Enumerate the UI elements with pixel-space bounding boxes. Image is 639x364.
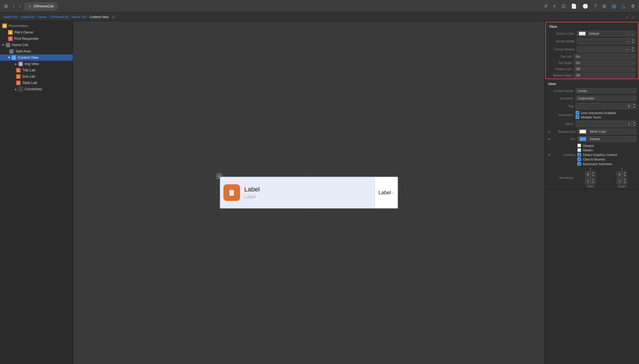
bottom-left-select-input[interactable]: Off On: [574, 66, 636, 72]
stretch-width-decrement[interactable]: ▼: [591, 181, 595, 184]
border-color-select[interactable]: Default ⌄: [577, 31, 636, 36]
sidebar-item-state-lab[interactable]: L State Lab: [0, 80, 73, 86]
alpha-increment[interactable]: ▲: [632, 121, 636, 124]
new-file-button[interactable]: 📄: [569, 2, 578, 10]
tint-value-text: Default: [590, 137, 600, 141]
stretching-inputs: X 0 ▲ ▼ Y 0: [576, 167, 637, 188]
opaque-checkbox[interactable]: [577, 144, 581, 147]
clears-graphics-row[interactable]: Clears Graphics Context: [577, 153, 617, 156]
inspector-button[interactable]: ▤: [610, 2, 618, 10]
corner-radius-value: — ▲ ▼: [577, 46, 636, 52]
alpha-stepper-value: 1: [576, 122, 632, 126]
tab-close-icon[interactable]: ✕: [28, 4, 32, 9]
autoresize-checkbox[interactable]: [577, 162, 581, 166]
top-left-select-input[interactable]: On Off: [574, 54, 636, 59]
cell-right-label: Label: [378, 190, 391, 196]
stretch-y-increment[interactable]: ▲: [622, 171, 627, 174]
stretch-x-decrement[interactable]: ▼: [591, 174, 595, 177]
clips-to-bounds-checkbox[interactable]: [577, 157, 581, 161]
multiple-touch-text: Multiple Touch: [581, 116, 601, 119]
hidden-text: Hidden: [583, 148, 593, 152]
grid-menu-button[interactable]: ⊞: [2, 2, 9, 10]
history-button[interactable]: 🕐: [581, 2, 590, 10]
split-button[interactable]: ⊡: [560, 2, 567, 10]
back-button[interactable]: ‹: [11, 3, 16, 10]
breadcrumb-crhomecell[interactable]: CRHomeCell: [50, 15, 68, 19]
sidebar-item-title-lab[interactable]: L Title Lab: [0, 67, 73, 73]
sidebar-item-files-owner[interactable]: ⚙ File's Owner: [0, 29, 73, 36]
list-button[interactable]: ≡: [552, 3, 558, 10]
state-lab-icon: L: [16, 81, 21, 85]
sidebar-item-constraints[interactable]: ▶ ⊞ Constraints: [0, 86, 73, 92]
content-mode-select[interactable]: Center Scale To Fill Aspect Fit Aspect F…: [576, 88, 637, 93]
breadcrumb-forward-button[interactable]: ›: [631, 13, 636, 20]
library-button[interactable]: △: [620, 2, 627, 10]
stretch-height-increment[interactable]: ▲: [622, 178, 627, 181]
sidebar-item-safe-area[interactable]: □ Safe Area: [0, 48, 73, 54]
corner-radius-increment[interactable]: ▲: [631, 46, 635, 49]
border-width-decrement[interactable]: ▼: [631, 41, 635, 44]
semantic-select[interactable]: Unspecified Playback Spatial: [576, 96, 637, 101]
sidebar-item-first-responder[interactable]: 1 First Responder: [0, 36, 73, 42]
stretch-height-decrement[interactable]: ▼: [622, 181, 627, 184]
stretch-width-increment[interactable]: ▲: [591, 178, 595, 181]
clips-to-bounds-row[interactable]: Clips to Bounds: [577, 157, 605, 161]
bottom-left-label: Bottom Left: [548, 67, 574, 71]
breadcrumb-back-button[interactable]: ‹: [625, 13, 630, 20]
tag-increment[interactable]: ▲: [632, 103, 636, 106]
breadcrumb-home[interactable]: Home: [38, 15, 46, 19]
toolbar: ⊞ ‹ › ✕ CRHomeCell ↺ ≡ ⊡ 📄 🕐 ? ⊞ ▤ △ ⚙: [0, 0, 639, 13]
breadcrumb-home-cell[interactable]: Home Cell: [72, 15, 86, 19]
forward-button[interactable]: ›: [18, 3, 23, 10]
sidebar-item-content-view[interactable]: ▶ □ Content View: [0, 54, 73, 61]
canvas: · · · · · · · · · · · · ✕ 📋 Label Label: [73, 21, 544, 364]
sidebar-item-home-cell[interactable]: ▶ □ Home Cell: [0, 42, 73, 48]
stretch-y-btns: ▲ ▼: [622, 171, 627, 177]
user-interaction-label[interactable]: User Interaction Enabled: [576, 111, 616, 115]
sidebar-item-img-view[interactable]: ▶ 🖼 Img View: [0, 61, 73, 67]
sidebar-item-sub-lab[interactable]: L Sub Lab: [0, 73, 73, 80]
interaction-row: Interaction User Interaction Enabled Mul…: [545, 110, 639, 120]
tint-plus-button[interactable]: +: [547, 136, 552, 142]
settings-button[interactable]: ⚙: [629, 2, 637, 10]
help-button[interactable]: ?: [592, 3, 598, 10]
highlighted-section: View Border Color Default ⌄: [545, 22, 638, 79]
bottom-right-select-input[interactable]: Off On: [574, 73, 636, 78]
hidden-row[interactable]: Hidden: [577, 148, 593, 152]
layers-button[interactable]: ⊞: [601, 2, 608, 10]
autoresize-text: Autoresize Subviews: [583, 162, 612, 166]
corner-radius-decrement[interactable]: ▼: [631, 49, 635, 52]
breadcrumb-credit-ios-1[interactable]: credit-iOS: [3, 15, 17, 19]
clips-to-bounds-text: Clips to Bounds: [583, 158, 605, 161]
stretch-y-decrement[interactable]: ▼: [622, 174, 627, 177]
background-select[interactable]: White Color ⌄: [577, 129, 637, 134]
tint-select[interactable]: Default ⌄: [577, 136, 637, 142]
multiple-touch-checkbox[interactable]: [576, 115, 579, 119]
bottom-left-row: Bottom Left Off On: [546, 66, 638, 72]
background-plus-button[interactable]: +: [547, 129, 552, 134]
tint-color-swatch: [579, 137, 586, 141]
opaque-row[interactable]: Opaque: [577, 144, 594, 147]
stretch-y-value: 0: [617, 172, 622, 177]
tag-decrement[interactable]: ▼: [632, 106, 636, 109]
sub-lab-label: Sub Lab: [22, 75, 35, 79]
border-width-increment[interactable]: ▲: [631, 38, 635, 41]
refresh-button[interactable]: ↺: [542, 2, 549, 10]
stretch-x-increment[interactable]: ▲: [591, 171, 595, 174]
clears-graphics-checkbox[interactable]: [577, 153, 581, 156]
cell-sub-label: Label: [244, 194, 373, 199]
user-interaction-checkbox[interactable]: [576, 111, 579, 115]
top-right-select-input[interactable]: On Off: [574, 60, 636, 65]
drawing-plus-button[interactable]: +: [547, 152, 552, 158]
img-view-label: Img View: [25, 62, 39, 66]
stretch-width-value: 1: [585, 179, 591, 183]
stretch-height-value: 1: [617, 179, 622, 183]
tab-title: CRHomeCell: [34, 4, 54, 8]
breadcrumb-credit-ios-2[interactable]: credit-iOS: [21, 15, 35, 19]
semantic-label: Semantic: [547, 97, 576, 100]
img-view-icon: 🖼: [18, 62, 23, 66]
autoresize-row[interactable]: Autoresize Subviews: [577, 162, 612, 166]
alpha-decrement[interactable]: ▼: [632, 124, 636, 127]
multiple-touch-label[interactable]: Multiple Touch: [576, 115, 601, 119]
hidden-checkbox[interactable]: [577, 148, 581, 152]
